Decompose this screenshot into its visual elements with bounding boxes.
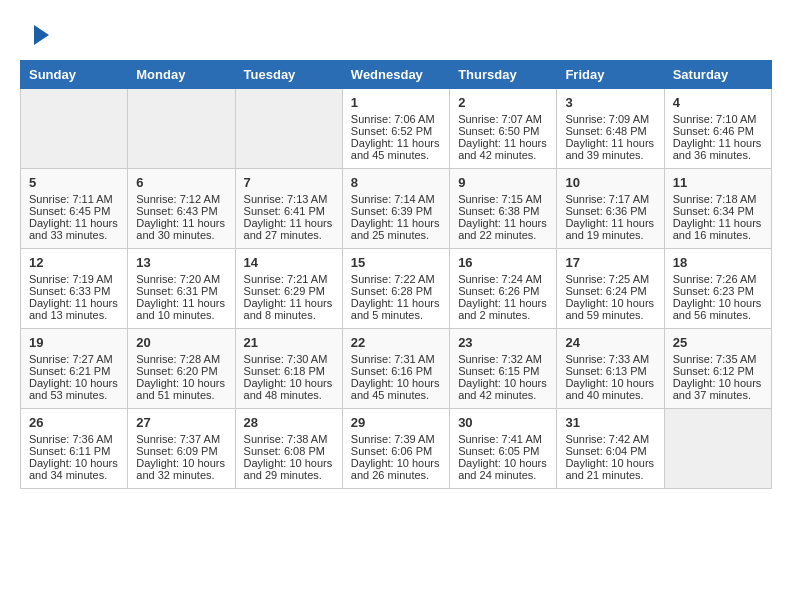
day-number: 26 — [29, 415, 119, 430]
day-info: Sunrise: 7:36 AM — [29, 433, 119, 445]
day-number: 28 — [244, 415, 334, 430]
day-info: Sunset: 6:11 PM — [29, 445, 119, 457]
calendar-table: SundayMondayTuesdayWednesdayThursdayFrid… — [20, 60, 772, 489]
day-header-wednesday: Wednesday — [342, 61, 449, 89]
day-number: 4 — [673, 95, 763, 110]
day-info: Sunrise: 7:20 AM — [136, 273, 226, 285]
day-header-friday: Friday — [557, 61, 664, 89]
calendar-cell: 19Sunrise: 7:27 AMSunset: 6:21 PMDayligh… — [21, 329, 128, 409]
day-info: Daylight: 11 hours and 42 minutes. — [458, 137, 548, 161]
page-header — [20, 20, 772, 50]
day-info: Daylight: 10 hours and 42 minutes. — [458, 377, 548, 401]
day-info: Sunset: 6:48 PM — [565, 125, 655, 137]
day-info: Sunset: 6:21 PM — [29, 365, 119, 377]
calendar-cell: 13Sunrise: 7:20 AMSunset: 6:31 PMDayligh… — [128, 249, 235, 329]
day-info: Sunset: 6:31 PM — [136, 285, 226, 297]
day-info: Sunrise: 7:24 AM — [458, 273, 548, 285]
calendar-cell: 11Sunrise: 7:18 AMSunset: 6:34 PMDayligh… — [664, 169, 771, 249]
calendar-cell — [235, 89, 342, 169]
day-info: Sunset: 6:28 PM — [351, 285, 441, 297]
calendar-cell: 18Sunrise: 7:26 AMSunset: 6:23 PMDayligh… — [664, 249, 771, 329]
day-info: Daylight: 11 hours and 10 minutes. — [136, 297, 226, 321]
day-info: Daylight: 11 hours and 30 minutes. — [136, 217, 226, 241]
day-info: Sunset: 6:09 PM — [136, 445, 226, 457]
day-number: 23 — [458, 335, 548, 350]
day-info: Daylight: 11 hours and 13 minutes. — [29, 297, 119, 321]
day-number: 25 — [673, 335, 763, 350]
day-info: Daylight: 11 hours and 16 minutes. — [673, 217, 763, 241]
day-info: Sunset: 6:39 PM — [351, 205, 441, 217]
calendar-cell: 12Sunrise: 7:19 AMSunset: 6:33 PMDayligh… — [21, 249, 128, 329]
calendar-cell: 30Sunrise: 7:41 AMSunset: 6:05 PMDayligh… — [450, 409, 557, 489]
day-info: Sunset: 6:36 PM — [565, 205, 655, 217]
calendar-cell: 17Sunrise: 7:25 AMSunset: 6:24 PMDayligh… — [557, 249, 664, 329]
day-info: Sunrise: 7:25 AM — [565, 273, 655, 285]
day-info: Sunset: 6:46 PM — [673, 125, 763, 137]
day-info: Sunrise: 7:39 AM — [351, 433, 441, 445]
day-info: Sunrise: 7:41 AM — [458, 433, 548, 445]
day-info: Daylight: 11 hours and 27 minutes. — [244, 217, 334, 241]
day-number: 1 — [351, 95, 441, 110]
day-info: Sunrise: 7:11 AM — [29, 193, 119, 205]
day-info: Sunrise: 7:06 AM — [351, 113, 441, 125]
day-info: Sunrise: 7:37 AM — [136, 433, 226, 445]
day-info: Sunset: 6:06 PM — [351, 445, 441, 457]
day-info: Daylight: 10 hours and 53 minutes. — [29, 377, 119, 401]
day-info: Sunset: 6:26 PM — [458, 285, 548, 297]
day-info: Sunset: 6:43 PM — [136, 205, 226, 217]
day-info: Sunrise: 7:09 AM — [565, 113, 655, 125]
day-info: Sunrise: 7:14 AM — [351, 193, 441, 205]
day-info: Daylight: 11 hours and 19 minutes. — [565, 217, 655, 241]
day-info: Sunrise: 7:15 AM — [458, 193, 548, 205]
day-number: 3 — [565, 95, 655, 110]
day-info: Sunrise: 7:32 AM — [458, 353, 548, 365]
day-number: 27 — [136, 415, 226, 430]
day-info: Sunrise: 7:27 AM — [29, 353, 119, 365]
day-info: Sunrise: 7:42 AM — [565, 433, 655, 445]
calendar-cell: 26Sunrise: 7:36 AMSunset: 6:11 PMDayligh… — [21, 409, 128, 489]
day-info: Daylight: 11 hours and 5 minutes. — [351, 297, 441, 321]
day-info: Sunrise: 7:07 AM — [458, 113, 548, 125]
day-info: Daylight: 11 hours and 45 minutes. — [351, 137, 441, 161]
calendar-cell: 6Sunrise: 7:12 AMSunset: 6:43 PMDaylight… — [128, 169, 235, 249]
day-number: 22 — [351, 335, 441, 350]
calendar-cell: 24Sunrise: 7:33 AMSunset: 6:13 PMDayligh… — [557, 329, 664, 409]
day-number: 5 — [29, 175, 119, 190]
calendar-cell: 16Sunrise: 7:24 AMSunset: 6:26 PMDayligh… — [450, 249, 557, 329]
calendar-cell: 15Sunrise: 7:22 AMSunset: 6:28 PMDayligh… — [342, 249, 449, 329]
calendar-cell — [664, 409, 771, 489]
day-info: Sunset: 6:24 PM — [565, 285, 655, 297]
day-info: Sunrise: 7:38 AM — [244, 433, 334, 445]
day-number: 29 — [351, 415, 441, 430]
day-info: Daylight: 10 hours and 32 minutes. — [136, 457, 226, 481]
day-number: 21 — [244, 335, 334, 350]
day-number: 14 — [244, 255, 334, 270]
day-header-tuesday: Tuesday — [235, 61, 342, 89]
day-number: 10 — [565, 175, 655, 190]
day-info: Sunrise: 7:12 AM — [136, 193, 226, 205]
day-number: 18 — [673, 255, 763, 270]
day-info: Sunset: 6:50 PM — [458, 125, 548, 137]
day-info: Daylight: 10 hours and 45 minutes. — [351, 377, 441, 401]
day-info: Daylight: 11 hours and 39 minutes. — [565, 137, 655, 161]
calendar-cell: 21Sunrise: 7:30 AMSunset: 6:18 PMDayligh… — [235, 329, 342, 409]
day-info: Daylight: 10 hours and 51 minutes. — [136, 377, 226, 401]
calendar-cell: 5Sunrise: 7:11 AMSunset: 6:45 PMDaylight… — [21, 169, 128, 249]
day-info: Sunrise: 7:31 AM — [351, 353, 441, 365]
day-info: Daylight: 10 hours and 59 minutes. — [565, 297, 655, 321]
day-info: Sunrise: 7:33 AM — [565, 353, 655, 365]
day-info: Daylight: 11 hours and 8 minutes. — [244, 297, 334, 321]
day-info: Sunset: 6:45 PM — [29, 205, 119, 217]
day-info: Sunset: 6:33 PM — [29, 285, 119, 297]
day-info: Sunrise: 7:26 AM — [673, 273, 763, 285]
calendar-cell: 14Sunrise: 7:21 AMSunset: 6:29 PMDayligh… — [235, 249, 342, 329]
day-info: Daylight: 11 hours and 2 minutes. — [458, 297, 548, 321]
day-number: 31 — [565, 415, 655, 430]
day-info: Daylight: 10 hours and 34 minutes. — [29, 457, 119, 481]
day-header-saturday: Saturday — [664, 61, 771, 89]
day-info: Sunset: 6:52 PM — [351, 125, 441, 137]
day-number: 20 — [136, 335, 226, 350]
day-number: 19 — [29, 335, 119, 350]
calendar-cell: 9Sunrise: 7:15 AMSunset: 6:38 PMDaylight… — [450, 169, 557, 249]
day-info: Sunset: 6:16 PM — [351, 365, 441, 377]
